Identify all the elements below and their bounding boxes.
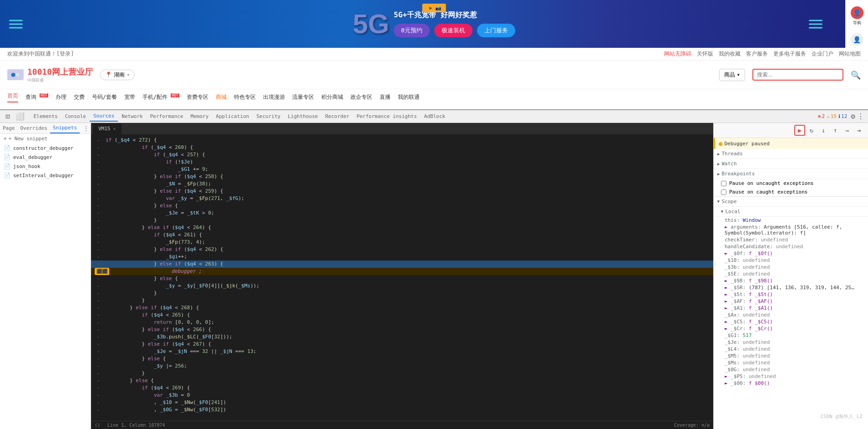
nav-menu-live[interactable]: 直播 [380,93,391,101]
nav-menu-tariff[interactable]: 资费专区 [187,93,208,101]
nav-menu-mall[interactable]: 商城 [216,93,227,101]
tab-page[interactable]: Page [0,123,18,133]
nav-menu-handle[interactable]: 办理 [56,93,66,101]
var-a1[interactable]: ► _$A1: f _$A1() [714,305,868,312]
var-3b: _$3b: undefined [714,264,868,271]
more-icon[interactable]: ⋮ [857,112,864,121]
tab-perf-insights[interactable]: Performance insights [353,112,420,121]
nav-menu-enterprise[interactable]: 政企专区 [350,93,372,101]
close-tab-icon[interactable]: ✕ [113,126,116,131]
var-checktimer: checkTimer: undefined [714,236,868,243]
scope-section-header[interactable]: ▶ Scope [714,196,868,207]
tab-overrides[interactable]: Overrides [18,123,51,133]
var-m5: _$M5: undefined [714,352,868,359]
snippet-constructor[interactable]: 📄 constructor_debugger [0,143,91,153]
snippet-setinterval[interactable]: 📄 setInterval_debugger [0,171,91,180]
debugger-paused-banner: ● Debugger paused [714,138,868,149]
promo-btn-1[interactable]: 0元预约 [394,24,430,37]
var-p5[interactable]: ► _$P5: undefined [714,373,868,380]
threads-section-header[interactable]: ▶ Threads [714,149,868,159]
resume-btn[interactable]: ▶ [794,125,805,136]
snippet-json[interactable]: 📄 json_hook [0,162,91,171]
website-area: 5G 5G+千兆宽带 好网好奖惹 0元预约 极速装机 上门服务 [0,0,868,109]
step-btn[interactable]: → [842,125,853,136]
resume-debugger-icon[interactable]: ▶ [429,5,432,11]
snippet-list: 📄 constructor_debugger 📄 eval_debugger 📄… [0,143,91,429]
tab-performance[interactable]: Performance [147,112,187,121]
snippet-eval[interactable]: 📄 eval_debugger [0,153,91,162]
step-over-btn[interactable]: ↻ [806,125,817,136]
code-line-30: - } else { [91,355,713,363]
nav-menu-pay[interactable]: 交费 [74,93,85,101]
nav-menu-roaming[interactable]: 出境漫游 [263,93,285,101]
watch-section-header[interactable]: ▶ Watch [714,159,868,169]
tab-memory[interactable]: Memory [187,112,213,121]
promo-btn-3[interactable]: 上门服务 [477,24,515,37]
var-cr[interactable]: ► _$Cr: f _$Cr() [714,325,868,332]
deactivate-breakpoints-btn[interactable]: ⇥ [853,125,864,136]
nav-link-7[interactable]: 网站地图 [839,50,861,58]
nav-menu-mine[interactable]: 我的联通 [398,93,420,101]
device-toggle[interactable]: ⬜ [14,111,26,122]
step-into-btn[interactable]: ↓ [818,125,829,136]
var-0f[interactable]: ► _$0f: f _$0f() [714,250,868,257]
search-input[interactable] [752,69,843,81]
tab-application[interactable]: Application [212,112,253,121]
settings-icon[interactable]: ⚙ [851,112,855,121]
nav-menu-phone[interactable]: 手机/配件 HOT [142,93,179,101]
file-icon-4: 📄 [4,172,10,179]
tab-recorder[interactable]: Recorder [321,112,353,121]
tab-adblock[interactable]: AdBlock [421,112,449,121]
var-5r[interactable]: ► _$5R: (787) [141, 136, 319, 319, 144, … [714,284,868,291]
tab-console[interactable]: Console [61,112,90,121]
pause-uncaught-checkbox[interactable] [721,181,726,186]
tab-snippets[interactable]: Snippets [50,123,80,133]
nav-menu-number[interactable]: 号码/套餐 [92,93,117,101]
step-out-btn[interactable]: ↑ [830,125,841,136]
guide-btn[interactable]: 👤 导购 [847,4,867,29]
tab-elements[interactable]: Elements [30,112,61,121]
inspect-toggle[interactable]: ⊡ [4,111,12,122]
var-5t[interactable]: ► _$5t: f _$5t() [714,291,868,298]
paused-debugger-banner: ▶ 📷 [422,4,446,12]
tab-sources[interactable]: Sources [90,111,118,122]
location-selector[interactable]: 📍 湖南 ▾ [100,70,135,80]
nav-menu-broadband[interactable]: 宽带 [124,93,135,101]
nav-menu-query[interactable]: 查询 HOT [25,93,48,101]
code-line-26: - } else if ($q4 < 266) { [91,326,713,333]
var-00[interactable]: ► _$00: f $00() [714,380,868,387]
pause-caught-checkbox[interactable] [721,189,726,195]
nav-link-4[interactable]: 客户服务 [746,50,768,58]
search-icon[interactable]: 🔍 [851,70,861,80]
nav-link-1[interactable]: 网站无障碍 [664,50,691,58]
nav-menu-special[interactable]: 特色专区 [234,93,256,101]
breakpoints-section-header[interactable]: ▶ Breakpoints [714,169,868,179]
var-c5[interactable]: ► _$C5: f _$C5() [714,318,868,325]
tab-lighthouse[interactable]: Lighthouse [284,112,321,121]
service-btn[interactable]: 👤 客服 [847,31,867,48]
nav-menu-points[interactable]: 积分商城 [321,93,343,101]
code-line-23: - } else if ($q4 < 268) { [91,304,713,312]
local-section-header[interactable]: ▶ Local [714,207,868,217]
cursor-icon: ⟨⟩ [95,423,100,428]
nav-menu-home[interactable]: 首页 [7,92,18,102]
code-line-27: - _$3b.push(_$LC(_$F0[32])); [91,333,713,341]
nav-menu-flow[interactable]: 流量专区 [292,93,314,101]
promo-btn-2[interactable]: 极速装机 [434,24,472,37]
var-af[interactable]: ► _$AF: f _$AF() [714,298,868,305]
nav-link-2[interactable]: 关怀版 [697,50,713,58]
camera-icon[interactable]: 📷 [435,5,442,11]
nav-link-3[interactable]: 我的收藏 [719,50,741,58]
subtab-menu[interactable]: ⋮ [81,123,91,133]
new-snippet-btn[interactable]: + + New snippet [0,134,91,143]
var-98[interactable]: ► _$98: f _$98() [714,277,868,284]
devtools-tabbar: ⊡ ⬜ Elements Console Sources Network Per… [0,110,868,123]
var-arguments[interactable]: ► arguments: Arguments [516, callee: f, … [714,224,868,236]
nav-link-5[interactable]: 更多电子服务 [773,50,806,58]
tab-network[interactable]: Network [118,112,146,121]
nav-link-6[interactable]: 企业门户 [812,50,833,58]
code-tab-vm15[interactable]: VM15 ✕ [93,123,122,134]
product-dropdown[interactable]: 商品 ▾ [719,69,745,81]
tab-security[interactable]: Security [253,112,284,121]
code-content[interactable]: - if (_$q4 < 272) { - if (_$q4 < 260) { … [91,135,713,421]
